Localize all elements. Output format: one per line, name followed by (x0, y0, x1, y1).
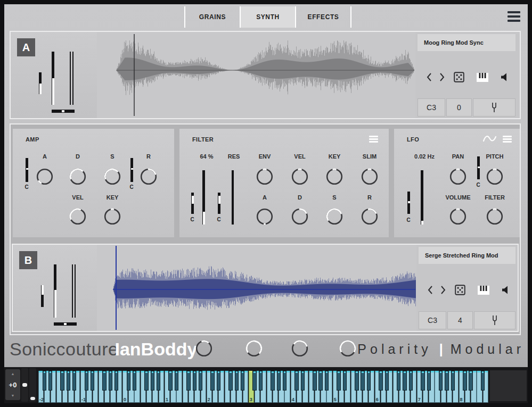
filter-slider-c1[interactable] (191, 193, 194, 214)
layer-b-tuning-fork-button[interactable] (474, 311, 515, 329)
layer-a-pan-slider[interactable] (52, 110, 75, 113)
filter-cutoff-slider[interactable] (202, 170, 205, 225)
layer-a-root-key[interactable]: C3 (418, 98, 445, 117)
filter-knob-slim[interactable] (361, 168, 379, 186)
filter-res-slider[interactable] (232, 170, 234, 225)
lfo-slider-c1[interactable] (407, 192, 410, 214)
filter-knob-env[interactable] (256, 168, 274, 186)
tab-synth[interactable]: SYNTH (241, 6, 296, 28)
piano-key-black[interactable] (294, 371, 298, 391)
layer-a-waveform[interactable] (97, 32, 415, 118)
filter-env-knob-s[interactable] (325, 207, 343, 226)
piano-key-black[interactable] (228, 371, 232, 391)
layer-a-aux-slider[interactable] (70, 52, 73, 105)
piano-key-black[interactable] (355, 371, 358, 391)
piano-key-black[interactable] (361, 371, 364, 391)
layer-b-preset-select[interactable]: Serge Stretched Ring Mod (419, 247, 515, 264)
piano-key-black[interactable] (301, 371, 305, 391)
piano-key-black[interactable] (168, 371, 172, 391)
layer-a-audition-button[interactable] (497, 68, 512, 86)
piano-key-black[interactable] (151, 371, 154, 391)
scroll-handle[interactable] (30, 397, 35, 400)
filter-slider-c2[interactable] (218, 193, 220, 214)
scroll-handle[interactable] (22, 383, 27, 387)
piano-key-black[interactable] (271, 371, 274, 391)
layer-a-preset-select[interactable]: Moog Ring Mod Sync (418, 34, 515, 51)
amp-knob-key[interactable] (103, 207, 121, 226)
piano-key-black[interactable] (343, 371, 347, 391)
piano-key-black[interactable] (445, 371, 448, 391)
lfo-rate-slider[interactable] (421, 170, 423, 225)
layer-a-tuning-fork-button[interactable] (473, 98, 515, 117)
piano-key-black[interactable] (217, 371, 220, 391)
piano-key-black[interactable] (175, 371, 178, 391)
layer-b-aux-slider[interactable] (72, 264, 76, 318)
piano-key-black[interactable] (451, 371, 455, 391)
piano-key-black[interactable] (193, 371, 197, 391)
lfo-knob-pitch[interactable] (486, 168, 504, 186)
piano-key-black[interactable] (385, 371, 389, 391)
filter-env-knob-a[interactable] (256, 207, 274, 226)
piano-key-black[interactable] (277, 371, 281, 391)
layer-b-level-slider[interactable] (54, 264, 56, 318)
piano-key-black[interactable] (397, 371, 400, 391)
piano-key-black[interactable] (481, 371, 485, 391)
tab-grains[interactable]: GRAINS (185, 6, 241, 28)
piano-key-black[interactable] (67, 371, 70, 391)
piano-key-black[interactable] (241, 371, 244, 391)
piano-key-black[interactable] (157, 371, 160, 391)
transpose-up-icon[interactable]: ▲ (11, 372, 15, 376)
lfo-knob-filter[interactable] (486, 207, 504, 226)
piano-key-black[interactable] (252, 371, 256, 391)
piano-key-black[interactable] (325, 371, 329, 391)
piano-key-black[interactable] (60, 371, 64, 391)
piano-key-black[interactable] (114, 371, 118, 391)
amp-knob-r[interactable] (140, 168, 158, 186)
piano-key-black[interactable] (421, 371, 424, 391)
keyboard-scrollbar-2[interactable] (29, 368, 36, 402)
layer-b-root-key[interactable]: C3 (419, 311, 446, 329)
piano-key-black[interactable] (313, 371, 316, 391)
tab-effects[interactable]: EFFECTS (296, 6, 351, 28)
layer-b-waveform[interactable] (97, 245, 416, 331)
layer-b-tune[interactable]: 4 (447, 311, 473, 329)
layer-b-keyboard-map-button[interactable] (476, 281, 491, 299)
menu-icon[interactable] (508, 11, 520, 22)
piano-key-black[interactable] (43, 371, 46, 391)
piano-key-black[interactable] (259, 371, 263, 391)
piano-key-black[interactable] (403, 371, 406, 391)
piano-key-black[interactable] (72, 371, 76, 391)
macro-knob-4[interactable] (339, 339, 357, 358)
transpose-control[interactable]: ▲ +0 ▼ (5, 369, 20, 400)
piano-key-black[interactable] (133, 371, 136, 391)
filter-env-knob-r[interactable] (361, 207, 379, 226)
amp-slider-c1[interactable] (26, 158, 28, 182)
amp-slider-c2[interactable] (130, 158, 133, 182)
piano-key-black[interactable] (109, 371, 112, 391)
filter-menu-icon[interactable] (369, 136, 378, 143)
amp-knob-s[interactable] (103, 168, 121, 186)
piano-key-black[interactable] (409, 371, 413, 391)
transpose-down-icon[interactable]: ▼ (11, 394, 15, 397)
layer-b-next-sample-button[interactable] (436, 281, 451, 299)
piano-key-black[interactable] (186, 371, 190, 391)
piano-key-black[interactable] (48, 371, 52, 391)
layer-b-mix-slider[interactable] (41, 285, 44, 307)
piano-key-black[interactable] (127, 371, 130, 391)
layer-b-random-sample-button[interactable] (453, 281, 468, 299)
lfo-pitch-depth-slider[interactable] (477, 156, 480, 179)
filter-knob-vel[interactable] (291, 168, 309, 186)
layer-a-random-sample-button[interactable] (452, 68, 466, 86)
piano-key-black[interactable] (283, 371, 287, 391)
amp-knob-a[interactable] (36, 168, 54, 186)
piano-key-black[interactable] (469, 371, 472, 391)
piano-key-black[interactable] (427, 371, 431, 391)
lfo-menu-icon[interactable] (503, 136, 512, 143)
piano-key-black[interactable] (379, 371, 382, 391)
layer-a-level-slider[interactable] (52, 52, 54, 105)
keyboard-scrollbar-1[interactable] (21, 368, 28, 402)
lfo-knob-volume[interactable] (449, 207, 467, 226)
lfo-wave-icon[interactable] (482, 135, 497, 143)
piano-key-black[interactable] (337, 371, 340, 391)
layer-a-tune[interactable]: 0 (446, 98, 472, 117)
